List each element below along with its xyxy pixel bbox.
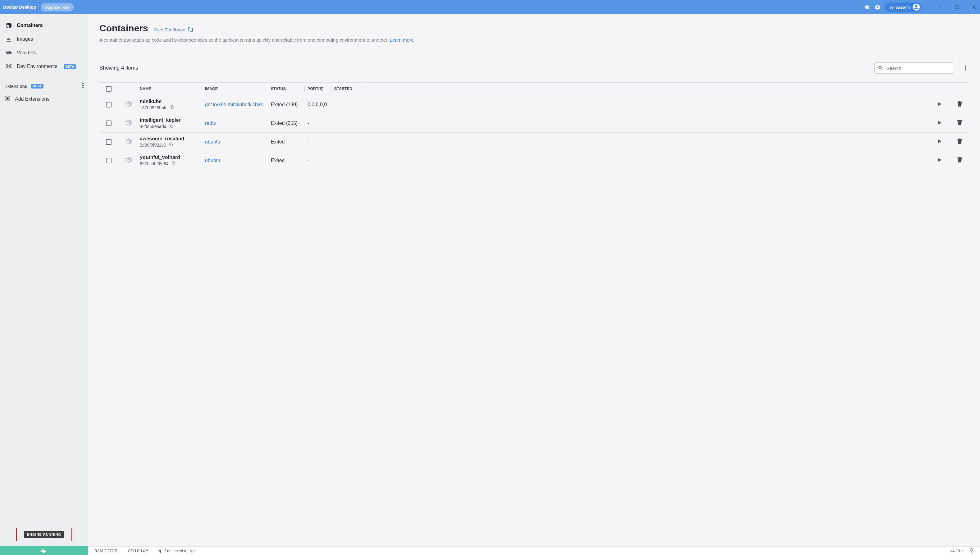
window-close-button[interactable]	[971, 4, 977, 10]
feedback-label: Give Feedback	[154, 27, 185, 32]
bug-icon[interactable]	[864, 4, 870, 10]
extensions-title: Extensions	[4, 83, 27, 89]
window-maximize-button[interactable]	[954, 4, 960, 10]
engine-status-highlight: ENGINE RUNNING	[16, 528, 72, 541]
svg-point-5	[6, 53, 8, 53]
table-kebab-icon[interactable]	[962, 66, 969, 71]
select-all-checkbox[interactable]	[106, 86, 112, 91]
start-button[interactable]	[937, 157, 942, 164]
svg-rect-19	[41, 550, 42, 551]
col-name[interactable]: NAME	[140, 87, 205, 91]
delete-button[interactable]	[958, 138, 962, 145]
container-ports: -	[308, 139, 334, 145]
showing-count: Showing 4 items	[99, 65, 138, 71]
add-extensions-button[interactable]: Add Extensions	[0, 92, 88, 106]
give-feedback-link[interactable]: Give Feedback	[154, 27, 193, 32]
search-input[interactable]	[887, 66, 951, 71]
container-icon	[125, 119, 133, 127]
container-icon	[125, 101, 133, 109]
extensions-kebab-icon[interactable]	[82, 83, 83, 89]
container-icon	[125, 138, 133, 146]
add-extensions-label: Add Extensions	[15, 96, 50, 102]
footer-hub-status: Connected to Hub	[159, 549, 196, 553]
plug-icon	[159, 549, 162, 553]
dev-env-icon	[5, 63, 13, 70]
learn-more-link[interactable]: Learn more	[390, 37, 414, 43]
svg-point-12	[965, 66, 966, 67]
container-image-link[interactable]: ubuntu	[205, 158, 267, 164]
beta-badge: BETA	[31, 84, 43, 88]
window-minimize-button[interactable]	[938, 4, 943, 10]
svg-rect-18	[173, 162, 175, 165]
start-button[interactable]	[937, 120, 942, 127]
container-hash: 2d80f8f922c9	[140, 143, 166, 148]
col-ports[interactable]: PORT(S)	[308, 87, 334, 91]
nav-images[interactable]: Images	[0, 32, 88, 46]
delete-button[interactable]	[958, 101, 962, 108]
col-started[interactable]: STARTED	[334, 87, 367, 91]
container-image-link[interactable]: redis	[205, 120, 267, 126]
search-box[interactable]	[874, 63, 954, 74]
table-row: intelligent_kepler a6f6f50eaada redis Ex…	[99, 114, 969, 133]
container-name[interactable]: awesome_rosalind	[140, 136, 205, 142]
container-name[interactable]: intelligent_kepler	[140, 117, 205, 123]
delete-button[interactable]	[958, 120, 962, 127]
start-button[interactable]	[937, 101, 942, 108]
container-ports: 0,0,0,0,0	[308, 102, 334, 107]
nav-volumes[interactable]: Volumes	[0, 46, 88, 59]
table-header: NAME IMAGE STATUS PORT(S) STARTED	[99, 82, 969, 95]
table-row: awesome_rosalind 2d80f8f922c9 ubuntu Exi…	[99, 133, 969, 151]
copy-hash-icon[interactable]	[169, 124, 173, 129]
footer-ram: RAM 2.27GB	[95, 549, 117, 553]
table-row: youthful_volhard 697bcdb26e64 ubuntu Exi…	[99, 151, 969, 170]
row-checkbox[interactable]	[106, 102, 112, 107]
row-checkbox[interactable]	[106, 139, 112, 145]
container-status: Exited (130)	[271, 102, 308, 107]
svg-rect-1	[956, 6, 959, 9]
svg-rect-23	[43, 549, 44, 550]
row-checkbox[interactable]	[106, 120, 112, 126]
col-status[interactable]: STATUS	[271, 87, 308, 91]
images-icon	[5, 36, 13, 42]
container-hash: a6f6f50eaada	[140, 124, 167, 129]
svg-rect-24	[44, 550, 45, 551]
settings-icon[interactable]	[874, 4, 881, 10]
beta-badge: BETA	[64, 64, 76, 69]
nav-containers[interactable]: Containers	[0, 19, 88, 32]
page-title: Containers	[99, 23, 148, 34]
whats-new-icon[interactable]	[969, 548, 974, 554]
nav-dev-environments[interactable]: Dev Environments BETA	[0, 59, 88, 73]
svg-point-13	[965, 67, 966, 69]
nav-label: Volumes	[17, 50, 36, 56]
container-name[interactable]: minikube	[140, 99, 205, 104]
containers-table: NAME IMAGE STATUS PORT(S) STARTED miniku…	[99, 82, 969, 170]
user-menu[interactable]: seifbassem	[885, 3, 921, 12]
svg-rect-16	[170, 125, 173, 127]
footer-docker-status[interactable]	[0, 546, 88, 555]
copy-hash-icon[interactable]	[170, 105, 174, 110]
nav-label: Dev Environments	[17, 64, 58, 69]
row-checkbox[interactable]	[106, 158, 112, 164]
svg-rect-20	[42, 550, 43, 551]
svg-point-14	[965, 69, 966, 71]
container-image-link[interactable]: ubuntu	[205, 139, 267, 145]
container-status: Exited (255)	[271, 120, 308, 126]
whale-icon	[40, 547, 48, 554]
col-image[interactable]: IMAGE	[205, 87, 271, 91]
container-ports: -	[308, 158, 334, 164]
container-image-link[interactable]: gcr.io/k8s-minikube/kicbas	[205, 102, 267, 107]
delete-button[interactable]	[958, 157, 962, 164]
container-ports: -	[308, 120, 334, 126]
container-name[interactable]: youthful_volhard	[140, 155, 205, 160]
start-button[interactable]	[937, 139, 942, 145]
container-status: Exited	[271, 139, 308, 145]
container-icon	[125, 157, 133, 165]
upgrade-plan-button[interactable]: Upgrade plan	[41, 3, 74, 11]
engine-status-chip[interactable]: ENGINE RUNNING	[24, 531, 64, 538]
title-bar: Docker Desktop Upgrade plan seifbassem	[0, 0, 980, 14]
svg-point-8	[82, 87, 83, 88]
container-hash: 697bcdb26e64	[140, 161, 168, 166]
copy-hash-icon[interactable]	[168, 142, 173, 148]
copy-hash-icon[interactable]	[171, 161, 175, 166]
app-title: Docker Desktop	[3, 5, 36, 10]
